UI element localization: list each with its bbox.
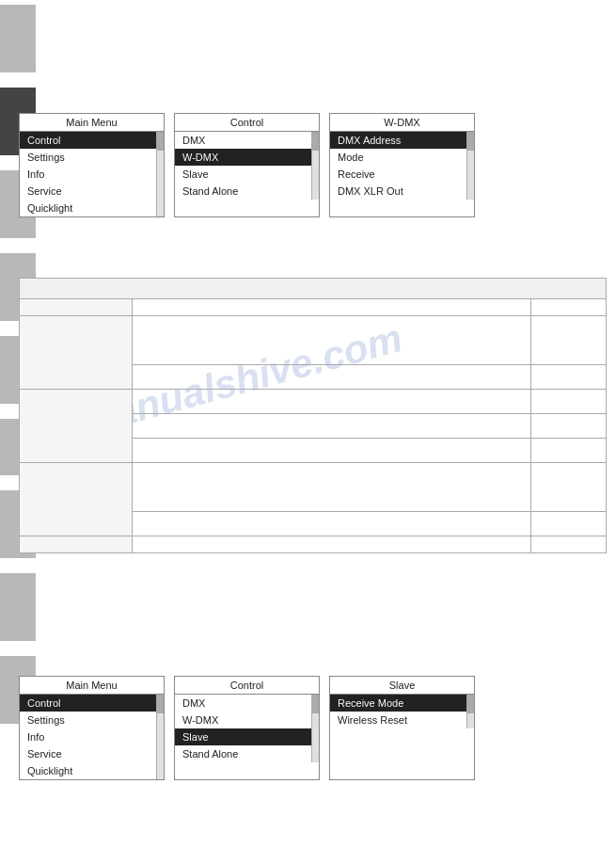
top-wdmx-scrollbar-thumb	[467, 132, 474, 151]
bottom-control-wdmx[interactable]: W-DMX	[175, 712, 311, 728]
bottom-slave-menu-panel: Slave Receive Mode Wireless Reset	[329, 676, 475, 780]
top-wdmx-menu-items: DMX Address Mode Receive DMX XLR Out	[330, 132, 466, 200]
top-wdmx-scrollbar[interactable]	[466, 132, 474, 200]
left-tab-gap7	[0, 560, 36, 571]
data-table	[19, 278, 607, 553]
top-main-menu-header: Main Menu	[20, 114, 164, 132]
bottom-slave-receivemode[interactable]: Receive Mode	[330, 695, 466, 712]
top-control-menu-items: DMX W-DMX Slave Stand Alone	[175, 132, 311, 200]
bottom-slave-wirelessreset[interactable]: Wireless Reset	[330, 712, 466, 728]
bottom-control-scrollbar[interactable]	[311, 695, 319, 762]
top-control-menu-panel: Control DMX W-DMX Slave Stand Alone	[174, 113, 320, 217]
top-main-menu-items: Control Settings Info Service Quicklight	[20, 132, 156, 216]
bottom-control-slave[interactable]: Slave	[175, 728, 311, 745]
top-control-scrollbar-thumb	[312, 132, 319, 151]
bottom-main-menu-body: Control Settings Info Service Quicklight	[20, 695, 164, 779]
table-row	[20, 463, 607, 512]
bottom-main-menu-header: Main Menu	[20, 677, 164, 695]
bottom-control-menu-panel: Control DMX W-DMX Slave Stand Alone	[174, 676, 320, 780]
bottom-menu-section: Main Menu Control Settings Info Service …	[19, 676, 607, 780]
top-wdmx-mode[interactable]: Mode	[330, 149, 466, 166]
left-tab-gap	[0, 74, 36, 86]
bottom-slave-menu-body: Receive Mode Wireless Reset	[330, 695, 474, 728]
top-wdmx-dmxaddress[interactable]: DMX Address	[330, 132, 466, 149]
top-main-settings[interactable]: Settings	[20, 149, 156, 166]
bottom-main-menu-items: Control Settings Info Service Quicklight	[20, 695, 156, 779]
table-row	[20, 299, 607, 316]
bottom-slave-menu-header: Slave	[330, 677, 474, 695]
top-control-scrollbar[interactable]	[311, 132, 319, 200]
bottom-main-info[interactable]: Info	[20, 728, 156, 745]
bottom-main-settings[interactable]: Settings	[20, 712, 156, 728]
top-main-menu-body: Control Settings Info Service Quicklight	[20, 132, 164, 216]
table-row	[20, 316, 607, 365]
left-tab-gap8	[0, 643, 36, 654]
table-row	[20, 390, 607, 414]
bottom-main-scrollbar-thumb	[157, 695, 164, 713]
top-wdmx-menu-body: DMX Address Mode Receive DMX XLR Out	[330, 132, 474, 200]
table-section	[19, 278, 607, 553]
bottom-main-control[interactable]: Control	[20, 695, 156, 712]
bottom-control-menu-items: DMX W-DMX Slave Stand Alone	[175, 695, 311, 762]
top-main-control[interactable]: Control	[20, 132, 156, 149]
top-control-menu-body: DMX W-DMX Slave Stand Alone	[175, 132, 319, 200]
top-control-dmx[interactable]: DMX	[175, 132, 311, 149]
bottom-main-scrollbar[interactable]	[156, 695, 164, 779]
top-control-menu-header: Control	[175, 114, 319, 132]
bottom-main-quicklight[interactable]: Quicklight	[20, 762, 156, 779]
bottom-control-scrollbar-thumb	[312, 695, 319, 713]
table-row	[20, 536, 607, 553]
bottom-main-service[interactable]: Service	[20, 745, 156, 762]
top-main-quicklight[interactable]: Quicklight	[20, 200, 156, 216]
bottom-control-dmx[interactable]: DMX	[175, 695, 311, 712]
bottom-control-menu-body: DMX W-DMX Slave Stand Alone	[175, 695, 319, 762]
bottom-main-menu-panel: Main Menu Control Settings Info Service …	[19, 676, 165, 780]
top-main-menu-panel: Main Menu Control Settings Info Service …	[19, 113, 165, 217]
bottom-slave-menu-items: Receive Mode Wireless Reset	[330, 695, 466, 728]
bottom-control-standalone[interactable]: Stand Alone	[175, 745, 311, 762]
top-menu-section: Main Menu Control Settings Info Service …	[19, 113, 607, 217]
top-wdmx-menu-header: W-DMX	[330, 114, 474, 132]
left-tab-1	[0, 5, 36, 72]
top-wdmx-menu-panel: W-DMX DMX Address Mode Receive DMX XLR O…	[329, 113, 475, 217]
left-tab-gap3	[0, 240, 36, 251]
bottom-slave-scrollbar[interactable]	[466, 695, 474, 728]
top-main-service[interactable]: Service	[20, 183, 156, 200]
bottom-control-menu-header: Control	[175, 677, 319, 695]
top-wdmx-receive[interactable]: Receive	[330, 166, 466, 183]
top-control-standalone[interactable]: Stand Alone	[175, 183, 311, 200]
top-main-info[interactable]: Info	[20, 166, 156, 183]
top-control-slave[interactable]: Slave	[175, 166, 311, 183]
table-row	[20, 279, 607, 299]
left-tab-8	[0, 573, 36, 641]
bottom-slave-scrollbar-thumb	[467, 695, 474, 713]
top-wdmx-dmxxlrout[interactable]: DMX XLR Out	[330, 183, 466, 200]
top-control-wdmx[interactable]: W-DMX	[175, 149, 311, 166]
top-main-scrollbar-thumb	[157, 132, 164, 151]
top-main-scrollbar[interactable]	[156, 132, 164, 216]
